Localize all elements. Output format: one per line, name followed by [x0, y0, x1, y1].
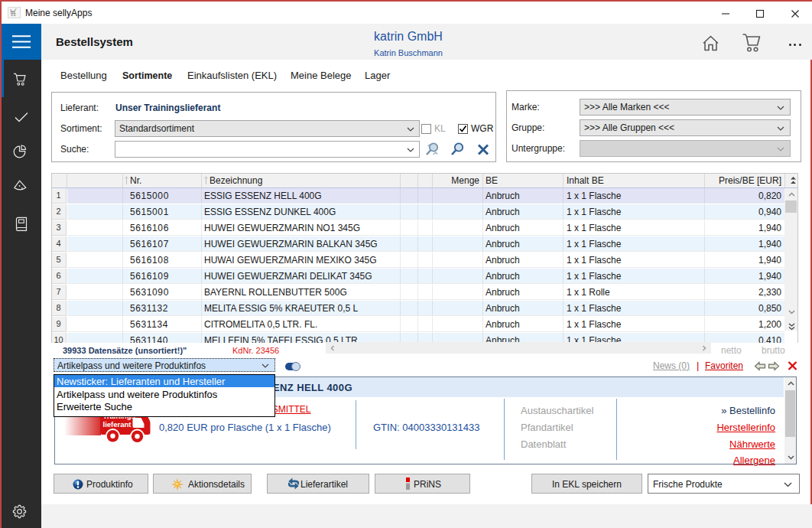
svg-text:lieferant: lieferant — [103, 420, 132, 429]
